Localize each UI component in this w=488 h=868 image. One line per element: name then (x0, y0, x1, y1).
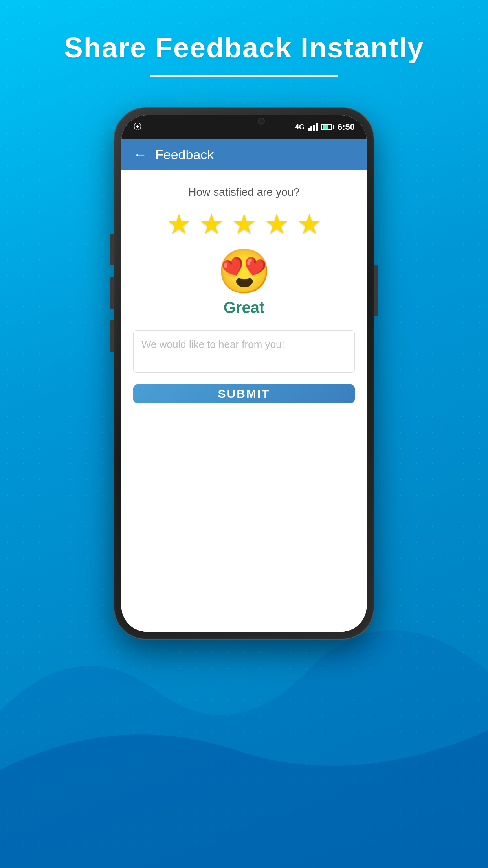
star-4[interactable]: ★ (264, 210, 289, 238)
star-3[interactable]: ★ (232, 210, 257, 238)
app-bar-title: Feedback (155, 147, 214, 162)
battery-fill (323, 125, 328, 129)
app-header: ← Feedback (121, 139, 367, 170)
page-title: Share Feedback Instantly (64, 31, 424, 64)
phone-mockup: ⦿ 4G 6:50 (114, 108, 374, 639)
satisfaction-question: How satisfied are you? (188, 186, 299, 199)
rating-emoji: 😍 (217, 250, 271, 293)
header-divider (150, 75, 338, 77)
status-right-area: 4G 6:50 (295, 122, 355, 132)
signal-type: 4G (295, 123, 305, 131)
star-2[interactable]: ★ (199, 210, 224, 238)
star-5[interactable]: ★ (297, 210, 322, 238)
signal-bar-4 (316, 123, 318, 131)
clock: 6:50 (338, 122, 355, 132)
front-camera (258, 118, 265, 125)
battery-tip (333, 125, 334, 129)
app-content: How satisfied are you? ★ ★ ★ ★ ★ 😍 Great… (121, 170, 367, 415)
rating-label: Great (224, 299, 265, 316)
stars-rating[interactable]: ★ ★ ★ ★ ★ (167, 210, 322, 238)
signal-bar-1 (308, 128, 310, 131)
back-button[interactable]: ← (133, 146, 147, 163)
signal-bars (308, 123, 318, 131)
app-bottom-area (121, 415, 367, 632)
phone-outer-frame: ⦿ 4G 6:50 (114, 108, 374, 639)
battery-indicator (321, 124, 334, 130)
battery-body (321, 124, 332, 130)
page-header: Share Feedback Instantly (64, 31, 424, 77)
phone-screen: ⦿ 4G 6:50 (121, 115, 367, 632)
feedback-input[interactable] (133, 330, 355, 373)
signal-bar-2 (310, 126, 312, 131)
signal-bar-3 (313, 125, 315, 131)
submit-button[interactable]: SUBMIT (133, 384, 355, 403)
star-1[interactable]: ★ (167, 210, 191, 238)
status-left-icon: ⦿ (133, 122, 142, 132)
